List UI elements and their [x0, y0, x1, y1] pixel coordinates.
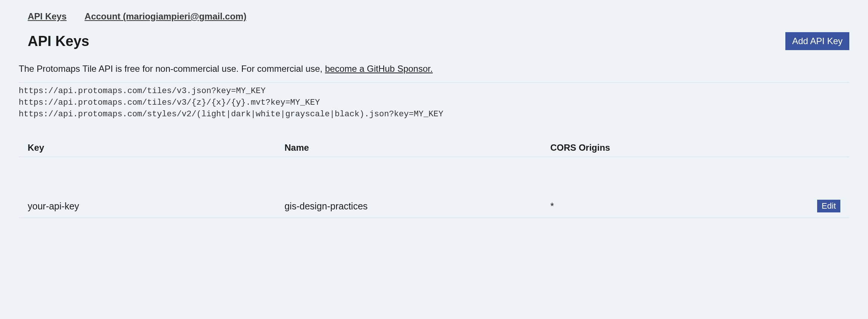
sponsor-link[interactable]: become a GitHub Sponsor.: [325, 64, 433, 74]
table-header-actions: [749, 142, 849, 153]
description-text: The Protomaps Tile API is free for non-c…: [19, 64, 849, 74]
code-line-1: https://api.protomaps.com/tiles/v3.json?…: [19, 86, 266, 96]
nav-link-account[interactable]: Account (mariogiampieri@gmail.com): [85, 11, 246, 22]
nav-links: API Keys Account (mariogiampieri@gmail.c…: [19, 11, 849, 22]
table-header-name: Name: [285, 142, 550, 153]
table-row: your-api-key gis-design-practices * Edit: [19, 194, 849, 218]
description-prefix: The Protomaps Tile API is free for non-c…: [19, 64, 325, 74]
header-row: API Keys Add API Key: [19, 32, 849, 50]
cell-key: your-api-key: [19, 201, 285, 212]
page-title: API Keys: [28, 33, 89, 49]
edit-button[interactable]: Edit: [817, 200, 840, 212]
endpoints-code-block: https://api.protomaps.com/tiles/v3.json?…: [19, 82, 849, 120]
cell-actions: Edit: [749, 200, 849, 212]
nav-link-api-keys[interactable]: API Keys: [28, 11, 67, 22]
cell-cors: *: [550, 201, 749, 212]
code-line-3: https://api.protomaps.com/styles/v2/(lig…: [19, 110, 443, 119]
table-header-key: Key: [19, 142, 285, 153]
add-api-key-button[interactable]: Add API Key: [785, 32, 849, 50]
api-keys-table: Key Name CORS Origins your-api-key gis-d…: [19, 139, 849, 218]
code-line-2: https://api.protomaps.com/tiles/v3/{z}/{…: [19, 98, 320, 107]
cell-name: gis-design-practices: [285, 201, 550, 212]
table-header-cors: CORS Origins: [550, 142, 749, 153]
table-header-row: Key Name CORS Origins: [19, 139, 849, 157]
